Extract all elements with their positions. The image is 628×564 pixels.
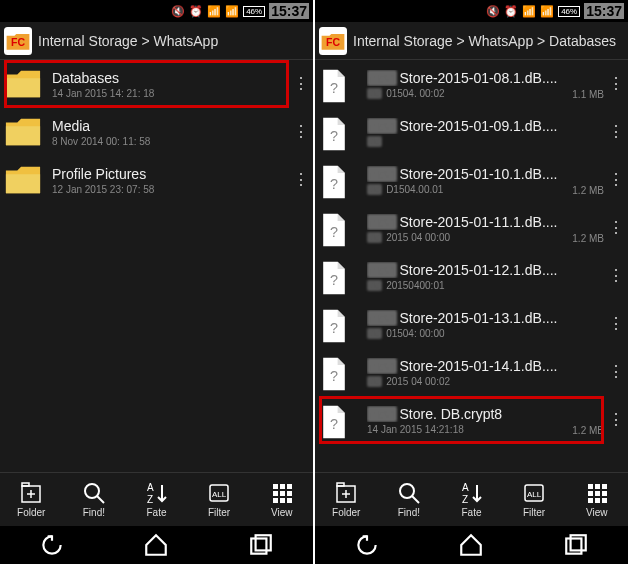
svg-rect-50 [602, 491, 607, 496]
view-button[interactable]: View [257, 481, 307, 518]
svg-rect-5 [22, 483, 29, 486]
file-info: Media8 Nov 2014 00: 11: 58 [52, 118, 293, 147]
app-icon: FC [319, 27, 347, 55]
view-button[interactable]: View [572, 481, 622, 518]
more-button[interactable]: ⋮ [608, 172, 624, 188]
file-row[interactable]: ?msgStore-2015-01-13.1.dB....2001504: 00… [315, 300, 628, 348]
svg-text:Z: Z [147, 494, 153, 505]
file-row[interactable]: ?msgStore-2015-01-12.1.dB....2020150400:… [315, 252, 628, 300]
file-meta: 2020150400:01 [367, 280, 608, 291]
more-button[interactable]: ⋮ [608, 364, 624, 380]
file-row[interactable]: ?msgStore-2015-01-11.1.dB....202015 04 0… [315, 204, 628, 252]
file-meta: 14 Jan 2015 14:21:18 [367, 424, 572, 435]
file-info: msgStore-2015-01-13.1.dB....2001504: 00:… [367, 310, 608, 339]
file-size: 1.2 MB [572, 425, 604, 436]
filter-button[interactable]: ALL Filter [509, 481, 559, 518]
folder-row[interactable]: Profile Pictures12 Jan 2015 23: 07: 58⋮ [0, 156, 313, 204]
svg-text:?: ? [330, 368, 338, 384]
signal-icon: 📶 [225, 5, 239, 18]
more-button[interactable]: ⋮ [293, 172, 309, 188]
sort-button[interactable]: AZ Fate [131, 481, 181, 518]
recent-button[interactable] [248, 532, 274, 558]
svg-rect-51 [588, 498, 593, 503]
file-size: 1.1 MB [572, 89, 604, 100]
sort-az-icon: AZ [144, 481, 168, 505]
svg-text:?: ? [330, 128, 338, 144]
back-button[interactable] [39, 532, 65, 558]
folder-button[interactable]: Folder [321, 481, 371, 518]
breadcrumb-text: Internal Storage > WhatsApp > Databases [353, 33, 616, 49]
breadcrumb[interactable]: FC Internal Storage > WhatsApp [0, 22, 313, 60]
file-info: msgStore-2015-01-11.1.dB....202015 04 00… [367, 214, 572, 243]
file-name: Profile Pictures [52, 166, 293, 182]
file-info: msgStore-2015-01-08.1.dB....2001504. 00:… [367, 70, 572, 99]
folder-icon [4, 68, 42, 100]
svg-rect-52 [595, 498, 600, 503]
filter-icon: ALL [207, 481, 231, 505]
find-label: Find! [83, 507, 105, 518]
file-list: ?msgStore-2015-01-08.1.dB....2001504. 00… [315, 60, 628, 472]
alarm-icon: ⏰ [189, 5, 203, 18]
folder-row[interactable]: Databases14 Jan 2015 14: 21: 18⋮ [0, 60, 313, 108]
home-button[interactable] [458, 532, 484, 558]
filter-label: Filter [208, 507, 230, 518]
file-meta: 14 Jan 2015 14: 21: 18 [52, 88, 293, 99]
sort-button[interactable]: AZ Fate [446, 481, 496, 518]
more-button[interactable]: ⋮ [608, 124, 624, 140]
sort-label: Fate [146, 507, 166, 518]
find-button[interactable]: Find! [384, 481, 434, 518]
signal-icon: 📶 [540, 5, 554, 18]
recent-button[interactable] [563, 532, 589, 558]
folder-plus-icon [19, 481, 43, 505]
more-button[interactable]: ⋮ [608, 220, 624, 236]
breadcrumb[interactable]: FC Internal Storage > WhatsApp > Databas… [315, 22, 628, 60]
svg-rect-14 [280, 484, 285, 489]
alarm-icon: ⏰ [504, 5, 518, 18]
phone-left: 🔇 ⏰ 📶 📶 46% 15:37 FC Internal Storage > … [0, 0, 313, 564]
view-label: View [586, 507, 608, 518]
svg-text:A: A [462, 482, 469, 493]
svg-text:?: ? [330, 320, 338, 336]
svg-text:ALL: ALL [212, 490, 227, 499]
file-meta: 202015 04 00:02 [367, 376, 608, 387]
file-row[interactable]: ?msgStore-2015-01-08.1.dB....2001504. 00… [315, 60, 628, 108]
svg-rect-37 [337, 483, 344, 486]
home-button[interactable] [143, 532, 169, 558]
svg-point-6 [85, 484, 99, 498]
file-info: msgStore-2015-01-14.1.dB....202015 04 00… [367, 358, 608, 387]
more-button[interactable]: ⋮ [608, 76, 624, 92]
view-label: View [271, 507, 293, 518]
file-row[interactable]: ?msgStore. DB.crypt814 Jan 2015 14:21:18… [315, 396, 628, 444]
svg-text:?: ? [330, 224, 338, 240]
file-row[interactable]: ?msgStore-2015-01-14.1.dB....202015 04 0… [315, 348, 628, 396]
folder-row[interactable]: Media8 Nov 2014 00: 11: 58⋮ [0, 108, 313, 156]
svg-text:?: ? [330, 272, 338, 288]
file-meta: 20D1504.00.01 [367, 184, 572, 195]
folder-label: Folder [332, 507, 360, 518]
file-icon: ? [319, 68, 357, 100]
file-meta: 8 Nov 2014 00: 11: 58 [52, 136, 293, 147]
more-button[interactable]: ⋮ [293, 124, 309, 140]
find-label: Find! [398, 507, 420, 518]
folder-label: Folder [17, 507, 45, 518]
more-button[interactable]: ⋮ [608, 316, 624, 332]
more-button[interactable]: ⋮ [293, 76, 309, 92]
file-size: 1.2 MB [572, 233, 604, 244]
svg-text:ALL: ALL [527, 490, 542, 499]
back-button[interactable] [354, 532, 380, 558]
file-info: msgStore-2015-01-09.1.dB....20 [367, 118, 608, 147]
svg-text:FC: FC [11, 36, 25, 48]
phone-right: 🔇 ⏰ 📶 📶 46% 15:37 FC Internal Storage > … [315, 0, 628, 564]
filter-button[interactable]: ALL Filter [194, 481, 244, 518]
svg-rect-18 [287, 491, 292, 496]
file-row[interactable]: ?msgStore-2015-01-09.1.dB....20⋮ [315, 108, 628, 156]
find-button[interactable]: Find! [69, 481, 119, 518]
more-button[interactable]: ⋮ [608, 412, 624, 428]
svg-point-38 [400, 484, 414, 498]
file-meta: 202015 04 00:00 [367, 232, 572, 243]
file-row[interactable]: ?msgStore-2015-01-10.1.dB....20D1504.00.… [315, 156, 628, 204]
svg-line-39 [412, 496, 419, 503]
more-button[interactable]: ⋮ [608, 268, 624, 284]
folder-button[interactable]: Folder [6, 481, 56, 518]
folder-plus-icon [334, 481, 358, 505]
